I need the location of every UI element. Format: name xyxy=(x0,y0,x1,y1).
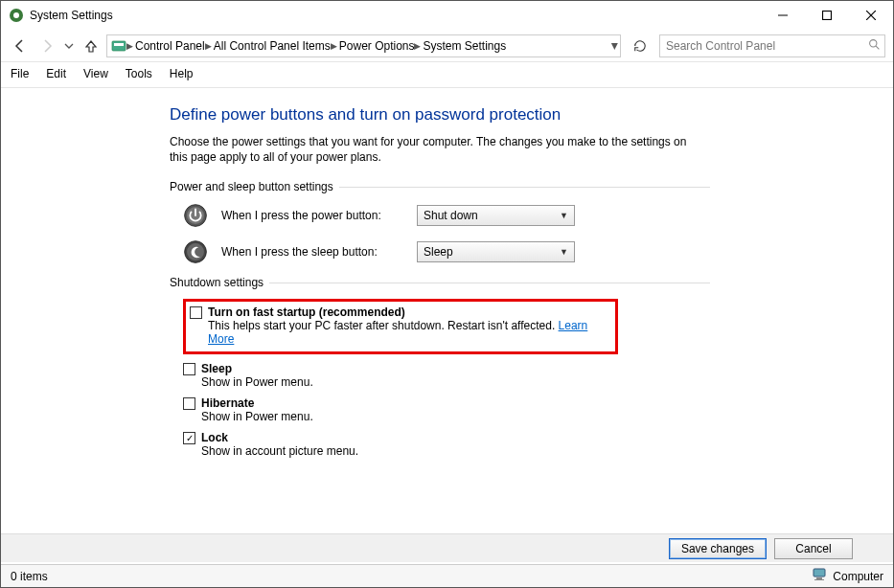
lock-opt-label: Lock xyxy=(201,431,228,444)
chevron-down-icon[interactable]: ▶ xyxy=(610,42,620,49)
forward-button[interactable] xyxy=(35,34,58,57)
power-button-value: Shut down xyxy=(424,209,478,222)
section-label-text: Power and sleep button settings xyxy=(170,180,333,193)
highlight-fast-startup: Turn on fast startup (recommended) This … xyxy=(183,299,618,354)
menu-view[interactable]: View xyxy=(83,67,108,80)
svg-rect-16 xyxy=(814,579,824,580)
sleep-checkbox[interactable] xyxy=(183,363,195,375)
page-title: Define power buttons and turn on passwor… xyxy=(170,105,710,124)
section-power-buttons: Power and sleep button settings xyxy=(170,180,710,193)
back-button[interactable] xyxy=(9,34,32,57)
power-button-icon xyxy=(183,203,208,228)
menu-edit[interactable]: Edit xyxy=(46,67,66,80)
chevron-right-icon[interactable]: ▶ xyxy=(126,41,133,51)
chevron-right-icon[interactable]: ▶ xyxy=(414,41,421,51)
sleep-opt-desc: Show in Power menu. xyxy=(201,375,710,389)
sleep-button-label: When I press the sleep button: xyxy=(221,245,403,259)
section-label-text: Shutdown settings xyxy=(170,276,264,289)
refresh-button[interactable] xyxy=(629,34,652,57)
breadcrumb-level2[interactable]: Power Options xyxy=(339,39,415,53)
computer-icon xyxy=(812,568,827,584)
lock-opt-desc: Show in account picture menu. xyxy=(201,444,710,458)
breadcrumb-level3[interactable]: System Settings xyxy=(423,39,506,53)
save-changes-button[interactable]: Save changes xyxy=(669,538,767,559)
lock-checkbox[interactable]: ✓ xyxy=(183,432,195,444)
section-shutdown-settings: Shutdown settings xyxy=(170,276,710,289)
menu-file[interactable]: File xyxy=(11,67,29,80)
save-label: Save changes xyxy=(681,542,754,555)
close-button[interactable] xyxy=(849,1,893,30)
control-panel-icon xyxy=(111,38,126,54)
svg-line-9 xyxy=(876,46,879,49)
search-placeholder: Search Control Panel xyxy=(666,39,775,53)
chevron-right-icon[interactable]: ▶ xyxy=(205,41,212,51)
chevron-right-icon[interactable]: ▶ xyxy=(331,41,337,51)
sleep-button-value: Sleep xyxy=(424,245,453,259)
menu-help[interactable]: Help xyxy=(170,67,194,80)
power-button-dropdown[interactable]: Shut down ▼ xyxy=(417,205,575,226)
sleep-button-icon xyxy=(183,239,208,264)
menu-tools[interactable]: Tools xyxy=(126,67,152,80)
status-items: 0 items xyxy=(11,570,48,583)
breadcrumb-root[interactable]: Control Panel xyxy=(135,39,205,53)
power-button-label: When I press the power button: xyxy=(221,209,403,222)
sleep-opt-label: Sleep xyxy=(201,362,232,375)
breadcrumb-level1[interactable]: All Control Panel Items xyxy=(214,39,331,53)
fast-startup-checkbox[interactable] xyxy=(190,306,202,319)
cancel-button[interactable]: Cancel xyxy=(774,538,853,559)
hibernate-opt-desc: Show in Power menu. xyxy=(201,410,710,423)
sleep-button-dropdown[interactable]: Sleep ▼ xyxy=(417,241,575,262)
status-location: Computer xyxy=(833,570,883,583)
up-button[interactable] xyxy=(80,34,103,57)
svg-rect-3 xyxy=(823,11,832,20)
window-title: System Settings xyxy=(30,9,761,22)
maximize-button[interactable] xyxy=(805,1,849,30)
svg-rect-7 xyxy=(114,43,124,46)
fast-startup-desc: This helps start your PC faster after sh… xyxy=(208,319,607,346)
recent-dropdown-button[interactable] xyxy=(62,34,76,57)
svg-rect-15 xyxy=(816,577,822,579)
page-description: Choose the power settings that you want … xyxy=(170,134,706,165)
search-input[interactable]: Search Control Panel xyxy=(659,34,885,57)
breadcrumb[interactable]: ▶ Control Panel ▶ All Control Panel Item… xyxy=(106,34,621,57)
svg-point-1 xyxy=(13,12,19,18)
chevron-down-icon: ▼ xyxy=(560,247,568,257)
hibernate-opt-label: Hibernate xyxy=(201,396,254,410)
svg-point-13 xyxy=(187,243,204,260)
app-icon xyxy=(9,8,24,23)
svg-point-8 xyxy=(870,39,877,46)
chevron-down-icon: ▼ xyxy=(560,211,568,220)
minimize-button[interactable] xyxy=(761,1,805,30)
fast-startup-desc-text: This helps start your PC faster after sh… xyxy=(208,319,559,332)
search-icon xyxy=(868,38,881,54)
hibernate-checkbox[interactable] xyxy=(183,397,195,410)
fast-startup-label: Turn on fast startup (recommended) xyxy=(208,305,405,319)
cancel-label: Cancel xyxy=(795,542,831,555)
svg-rect-14 xyxy=(814,569,825,577)
